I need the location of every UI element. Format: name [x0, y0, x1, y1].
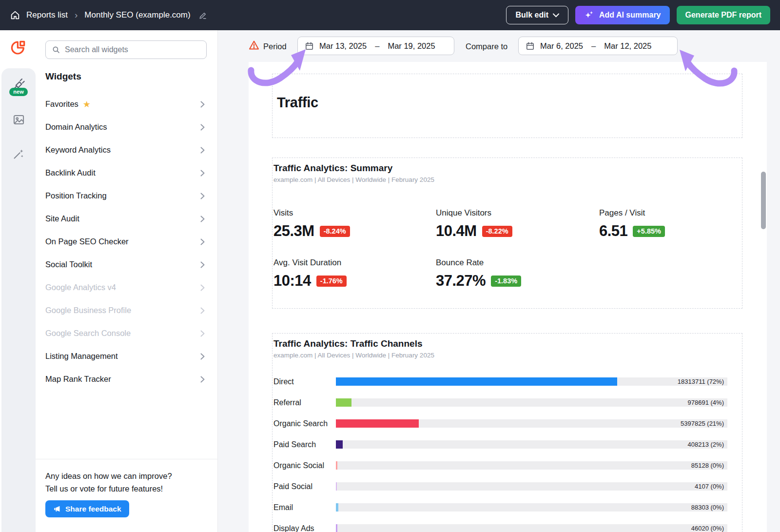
- chevron-right-icon: [200, 261, 205, 268]
- sidebar-item: Google Search Console: [36, 322, 217, 345]
- delta-badge: -1.83%: [491, 276, 521, 287]
- chevron-right-icon: [200, 307, 205, 314]
- channel-bar-track: 4107 (0%): [336, 482, 727, 491]
- period-start-date: Mar 13, 2025: [319, 41, 367, 51]
- channel-row: Organic Social 85128 (0%): [273, 455, 742, 476]
- metric-value: 37.27%: [436, 272, 486, 290]
- add-ai-summary-label: Add AI summary: [599, 11, 661, 20]
- sidebar-item: Google Business Profile: [36, 299, 217, 322]
- section-title-widget[interactable]: Traffic: [272, 74, 742, 138]
- sidebar-item-label: Google Business Profile: [45, 306, 131, 315]
- channel-bar-track: 5397825 (21%): [336, 419, 727, 428]
- metric-value: 25.3M: [273, 222, 314, 240]
- channel-label: Organic Social: [273, 461, 336, 470]
- traffic-summary-widget[interactable]: Traffic Analytics: Summary example.com |…: [272, 158, 742, 309]
- sidebar-item: Google Analytics v4: [36, 276, 217, 299]
- sidebar-item[interactable]: Site Audit: [36, 207, 217, 230]
- sidebar-item[interactable]: Map Rank Tracker: [36, 368, 217, 391]
- sidebar-item[interactable]: Domain Analytics: [36, 116, 217, 138]
- traffic-channels-widget[interactable]: Traffic Analytics: Traffic Channels exam…: [272, 333, 742, 532]
- channel-bar-track: 978691 (4%): [336, 398, 727, 407]
- add-ai-summary-button[interactable]: Add AI summary: [575, 6, 670, 24]
- sidebar-item[interactable]: Favorites ★: [36, 93, 217, 116]
- chevron-right-icon: [200, 284, 205, 291]
- sidebar-item[interactable]: Position Tracking: [36, 184, 217, 207]
- channel-value: 5397825 (21%): [681, 419, 724, 428]
- channel-bar-fill: [336, 377, 617, 386]
- metric-label: Bounce Rate: [436, 258, 599, 268]
- period-date-range[interactable]: Mar 13, 2025 – Mar 19, 2025: [297, 37, 454, 55]
- compare-start-date: Mar 6, 2025: [540, 41, 583, 51]
- section-title: Traffic: [277, 95, 742, 111]
- vertical-scrollbar[interactable]: [761, 172, 766, 229]
- metric-value: 10:14: [273, 272, 311, 290]
- channel-label: Paid Social: [273, 482, 336, 491]
- integrations-tab[interactable]: new: [1, 77, 36, 96]
- compare-date-range[interactable]: Mar 6, 2025 – Mar 12, 2025: [518, 37, 678, 55]
- channel-value: 978691 (4%): [688, 398, 724, 407]
- channel-bar-fill: [336, 503, 338, 512]
- delta-badge: -8.22%: [482, 226, 512, 237]
- sidebar-item-label: Domain Analytics: [45, 122, 107, 132]
- topbar: Reports list › Monthly SEO (example.com)…: [0, 0, 780, 30]
- sparkles-icon: [584, 10, 595, 20]
- topbar-actions: Bulk edit Add AI summary Generate PDF re…: [506, 6, 770, 24]
- search-icon: [52, 45, 60, 54]
- breadcrumb-reports-list[interactable]: Reports list: [26, 10, 68, 20]
- compare-end-date: Mar 12, 2025: [604, 41, 651, 51]
- sidebar-item[interactable]: Keyword Analytics: [36, 138, 217, 161]
- chevron-down-icon: [553, 13, 559, 18]
- metric-value: 10.4M: [436, 222, 477, 240]
- feedback-line2: Tell us or vote for future features!: [45, 482, 208, 495]
- widget-subtitle: example.com | All Devices | Worldwide | …: [273, 176, 742, 183]
- search-input[interactable]: [65, 45, 200, 54]
- calendar-icon: [526, 41, 535, 51]
- channel-label: Display Ads: [273, 524, 336, 532]
- generate-pdf-label: Generate PDF report: [685, 11, 761, 20]
- sidebar-item-label: Keyword Analytics: [45, 145, 111, 155]
- widgets-sidebar: Widgets Favorites ★ Domain Analytics Key…: [36, 30, 218, 532]
- channel-bar-track: 85128 (0%): [336, 461, 727, 470]
- image-icon: [12, 113, 25, 126]
- channel-label: Direct: [273, 377, 336, 386]
- feedback-line1: Any ideas on how we can improve?: [45, 470, 208, 482]
- channel-value: 85128 (0%): [691, 461, 724, 470]
- magic-wand-icon: [12, 147, 25, 160]
- delta-badge: -8.24%: [320, 226, 350, 237]
- reports-widgets-icon[interactable]: [0, 40, 36, 56]
- compare-to-label: Compare to: [466, 42, 507, 51]
- edit-report-name-icon[interactable]: [198, 11, 208, 20]
- channel-label: Organic Search: [273, 419, 336, 428]
- bulk-edit-label: Bulk edit: [515, 11, 548, 20]
- chevron-right-icon: [200, 170, 205, 177]
- channel-bar-fill: [336, 461, 337, 470]
- channel-row: Organic Search 5397825 (21%): [273, 413, 742, 434]
- channel-row: Display Ads 46020 (0%): [273, 518, 742, 532]
- channel-row: Referral 978691 (4%): [273, 392, 742, 413]
- breadcrumb: Reports list › Monthly SEO (example.com): [10, 10, 208, 20]
- magic-wand-tab[interactable]: [1, 147, 36, 160]
- home-icon[interactable]: [10, 10, 20, 20]
- period-warning-icon: [248, 39, 260, 51]
- sidebar-item[interactable]: Backlink Audit: [36, 161, 217, 184]
- sidebar-item[interactable]: On Page SEO Checker: [36, 230, 217, 253]
- delta-badge: -1.76%: [316, 276, 347, 287]
- channel-bar-track: 408213 (2%): [336, 440, 727, 449]
- sidebar-item[interactable]: Listing Management: [36, 345, 217, 368]
- channel-row: Paid Search 408213 (2%): [273, 434, 742, 455]
- generate-pdf-button[interactable]: Generate PDF report: [677, 6, 770, 24]
- chevron-right-icon: [200, 147, 205, 154]
- channel-bar-track: 88303 (0%): [336, 503, 727, 512]
- metric-label: Avg. Visit Duration: [273, 258, 436, 268]
- sidebar-item[interactable]: Social Toolkit: [36, 253, 217, 276]
- share-feedback-button[interactable]: Share feedback: [45, 500, 129, 517]
- sidebar-item-label: Google Search Console: [45, 329, 131, 338]
- metric: Avg. Visit Duration 10:14 -1.76%: [273, 258, 436, 290]
- metric-label: Unique Visitors: [436, 208, 599, 218]
- channel-value: 408213 (2%): [688, 440, 724, 449]
- breadcrumb-chevron-icon: ›: [75, 10, 78, 20]
- images-tab[interactable]: [1, 113, 36, 126]
- bulk-edit-button[interactable]: Bulk edit: [506, 6, 568, 24]
- channel-bar-fill: [336, 398, 351, 407]
- metric-label: Pages / Visit: [599, 208, 742, 218]
